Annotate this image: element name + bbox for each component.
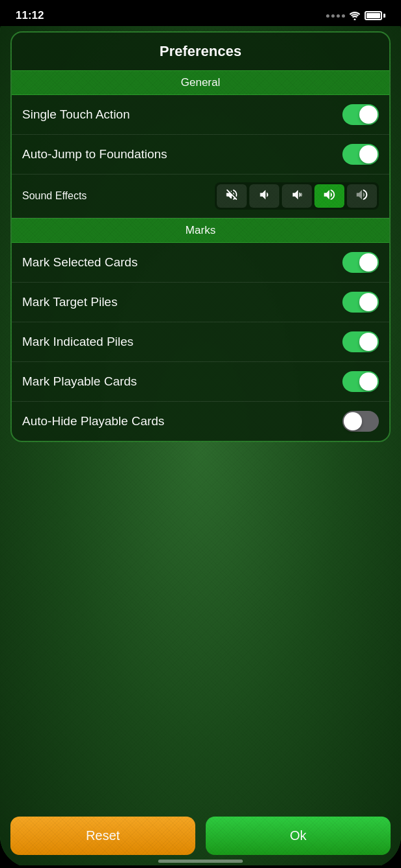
- status-bar: 11:12: [0, 0, 401, 26]
- home-indicator: [158, 860, 243, 863]
- toggle-knob: [359, 293, 378, 311]
- sound-max-icon: [355, 188, 369, 204]
- mark-indicated-row: Mark Indicated Piles: [12, 322, 389, 362]
- single-touch-label: Single Touch Action: [22, 107, 130, 122]
- sound-medium-icon: [290, 188, 304, 204]
- toggle-knob: [359, 333, 378, 351]
- auto-hide-row: Auto-Hide Playable Cards: [12, 402, 389, 441]
- svg-point-0: [354, 19, 356, 21]
- sound-effects-label: Sound Effects: [22, 190, 87, 202]
- mark-indicated-label: Mark Indicated Piles: [22, 335, 133, 349]
- auto-jump-row: Auto-Jump to Foundations: [12, 135, 389, 175]
- mark-selected-row: Mark Selected Cards: [12, 243, 389, 283]
- ok-button[interactable]: Ok: [206, 817, 391, 855]
- auto-jump-toggle[interactable]: [342, 144, 379, 165]
- mark-target-label: Mark Target Piles: [22, 295, 117, 309]
- mark-target-row: Mark Target Piles: [12, 283, 389, 322]
- toggle-knob: [359, 372, 378, 391]
- bottom-buttons: Reset Ok: [10, 806, 391, 855]
- mute-icon: [225, 188, 239, 204]
- mark-selected-label: Mark Selected Cards: [22, 255, 137, 270]
- mark-playable-label: Mark Playable Cards: [22, 374, 137, 389]
- mark-selected-toggle[interactable]: [342, 252, 379, 273]
- status-icons: [326, 11, 385, 20]
- battery-icon: [365, 11, 385, 20]
- sound-btn-high[interactable]: [314, 184, 344, 208]
- auto-jump-label: Auto-Jump to Foundations: [22, 147, 167, 161]
- sound-effects-row: Sound Effects: [12, 175, 389, 218]
- sound-btn-low[interactable]: [249, 184, 279, 208]
- section-header-marks: Marks: [12, 218, 389, 243]
- reset-button[interactable]: Reset: [10, 817, 195, 855]
- auto-hide-label: Auto-Hide Playable Cards: [22, 414, 165, 428]
- mark-playable-toggle[interactable]: [342, 371, 379, 392]
- section-header-general: General: [12, 70, 389, 95]
- mark-playable-row: Mark Playable Cards: [12, 362, 389, 402]
- sound-high-icon: [322, 188, 337, 204]
- preferences-panel: Preferences General Single Touch Action …: [10, 31, 391, 442]
- time-display: 11:12: [16, 9, 44, 22]
- sound-btn-max[interactable]: [347, 184, 377, 208]
- toggle-knob: [359, 253, 378, 272]
- single-touch-toggle[interactable]: [342, 104, 379, 125]
- sound-low-icon: [257, 188, 271, 204]
- sound-btn-mute[interactable]: [217, 184, 247, 208]
- mark-target-toggle[interactable]: [342, 292, 379, 313]
- signal-icon: [326, 14, 345, 18]
- main-content: Preferences General Single Touch Action …: [0, 26, 401, 865]
- single-touch-row: Single Touch Action: [12, 95, 389, 135]
- wifi-icon: [349, 11, 361, 20]
- sound-btn-medium[interactable]: [282, 184, 312, 208]
- phone-frame: 11:12 Prefer: [0, 0, 401, 868]
- toggle-knob: [344, 412, 362, 430]
- mark-indicated-toggle[interactable]: [342, 331, 379, 352]
- preferences-title: Preferences: [12, 33, 389, 70]
- toggle-knob: [359, 145, 378, 163]
- toggle-knob: [359, 105, 378, 124]
- sound-buttons-group: [215, 182, 379, 210]
- auto-hide-toggle[interactable]: [342, 411, 379, 432]
